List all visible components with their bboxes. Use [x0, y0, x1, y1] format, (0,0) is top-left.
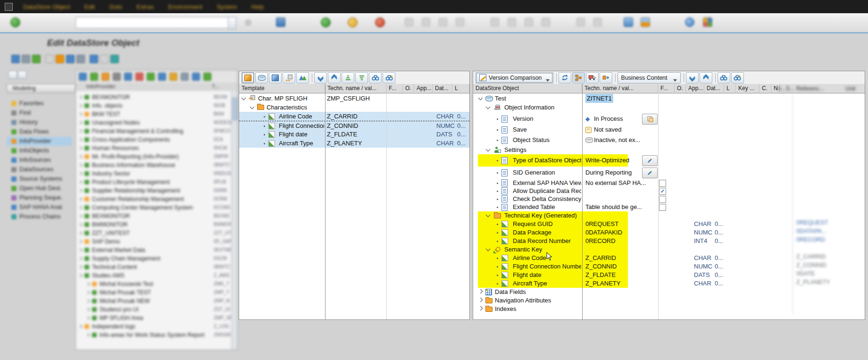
expander-icon[interactable] — [78, 180, 82, 184]
dso-filter-button[interactable] — [255, 72, 268, 84]
expander-icon[interactable] — [78, 104, 82, 108]
app-toolbar-icon[interactable] — [110, 55, 119, 63]
tree-toolbar-icon[interactable] — [90, 73, 98, 81]
infoprovider-row[interactable]: Michal Prusak TESTZMP_T — [76, 288, 232, 297]
app-toolbar-icon[interactable] — [45, 55, 54, 63]
expander-icon[interactable] — [78, 155, 82, 159]
transport-button[interactable] — [586, 72, 599, 84]
expander-icon[interactable] — [78, 223, 82, 226]
column-divider[interactable] — [582, 84, 583, 319]
infoprovider-row[interactable]: Computing Center Management System0CCMS — [76, 203, 232, 212]
infoprovider-row[interactable]: Supplier Relationship Management0SRM — [76, 186, 232, 195]
menu-extras[interactable]: Extras — [129, 0, 161, 10]
infoprovider-row[interactable]: External Market Data0EXTMD — [76, 246, 232, 254]
infoprovider-row[interactable]: Supply Chain Management0SCM — [76, 254, 232, 263]
chevron-down-icon[interactable] — [486, 147, 491, 151]
sidebar-item-infoobjects[interactable]: InfoObjects — [7, 146, 72, 155]
chevron-down-icon[interactable] — [486, 104, 491, 109]
expander-icon[interactable] — [78, 138, 82, 142]
expander-icon[interactable] — [78, 112, 82, 116]
tree-toolbar-icon[interactable] — [135, 73, 143, 81]
infoprovider-row[interactable]: Customer Relationship Management0CRM — [76, 195, 232, 203]
expand-all-button[interactable] — [314, 72, 327, 84]
sidebar-item-data-flows[interactable]: Data Flows — [7, 127, 72, 136]
infoprovider-row[interactable]: Technical Content0BWTCT — [76, 263, 232, 271]
expander-icon[interactable] — [78, 189, 82, 193]
tree-row-flight-date[interactable]: Flight dateZ_FLDATEDATS0... — [239, 130, 469, 139]
edit-button[interactable] — [642, 167, 658, 178]
expander-icon[interactable] — [78, 265, 82, 269]
sidebar-item-history[interactable]: History — [7, 118, 72, 127]
infoprovider-row[interactable]: BKM TESTBKM — [76, 110, 232, 118]
checkbox-checked[interactable]: ✓ — [659, 188, 666, 195]
expander-icon[interactable] — [86, 316, 90, 320]
infoprovider-row[interactable]: Financial Management & Controlling0FMCO — [76, 127, 232, 135]
version-comparison-button[interactable]: Version Comparison — [476, 72, 553, 84]
infoprovider-row[interactable]: Independent logsZ_LOG — [76, 322, 232, 331]
infoprovider-row[interactable]: BEXMONITORBEXM2 — [76, 212, 232, 220]
sidebar-toolbar-icon[interactable] — [8, 71, 17, 79]
tree-row-char-mp-sfligh[interactable]: Char. MP SFLIGHZMP_CSFLIGH — [239, 94, 469, 103]
tree-row-characteristics[interactable]: Characteristics — [239, 103, 469, 112]
tree-row-aircraft-type[interactable]: Aircraft TypeZ_PLANETYCHAR0... — [239, 139, 469, 148]
tree-toolbar-icon[interactable] — [181, 73, 189, 81]
tree-toolbar-icon[interactable] — [158, 73, 166, 81]
chevron-down-icon[interactable] — [478, 95, 483, 100]
refresh-button[interactable] — [559, 72, 571, 84]
sidebar-item-open-hub-dest[interactable]: Open Hub Dest. — [7, 184, 72, 193]
tree-toolbar-icon[interactable] — [192, 73, 200, 81]
app-toolbar-icon[interactable] — [22, 55, 30, 63]
infoobject-filter-button[interactable] — [283, 72, 295, 84]
collapse-all-button[interactable] — [328, 72, 341, 84]
infoprovider-row[interactable]: BWMONITORBWMON — [76, 220, 232, 229]
tree-toolbar-icon[interactable] — [124, 73, 132, 81]
app-toolbar-icon[interactable] — [32, 55, 41, 63]
scrollbar[interactable] — [231, 91, 237, 350]
app-toolbar-icon[interactable] — [100, 55, 108, 63]
sidebar-item-infosources[interactable]: InfoSources — [7, 156, 72, 165]
window-icon[interactable] — [5, 3, 13, 11]
expander-icon[interactable] — [78, 274, 82, 277]
expander-icon[interactable] — [78, 197, 82, 201]
infoprovider-row[interactable]: MP SFLIGH AreaZMP_SFL — [76, 314, 232, 322]
expander-icon[interactable] — [78, 257, 82, 260]
infoprovider-row[interactable]: SAP Demo0D_SAP — [76, 237, 232, 246]
chevron-right-icon[interactable] — [478, 289, 483, 294]
infoprovider-row[interactable]: Business Information Warehouse0BWTCT — [76, 161, 232, 169]
expander-icon[interactable] — [78, 248, 82, 252]
chevron-down-icon[interactable] — [242, 95, 246, 100]
menu-help[interactable]: Help — [244, 0, 271, 10]
checkbox-unchecked[interactable] — [659, 180, 666, 187]
tree-row-airline-code[interactable]: Airline CodeZ_CARRIDCHAR0... — [239, 112, 469, 121]
edit-button[interactable] — [642, 155, 658, 166]
find-next-button[interactable] — [731, 72, 744, 84]
business-content-button[interactable]: Business Content — [618, 72, 681, 84]
infoprovider-row[interactable]: Unassigned NodesNODESNOTC — [76, 118, 232, 127]
sidebar-item-process-chains[interactable]: Process Chains — [7, 212, 72, 221]
infoprovider-row[interactable]: BEXMONITORBEXM — [76, 93, 232, 101]
sidebar-item-datasources[interactable]: DataSources — [7, 165, 72, 174]
expander-icon[interactable] — [86, 333, 90, 337]
expander-icon[interactable] — [78, 95, 82, 99]
expander-icon[interactable] — [78, 146, 82, 150]
expander-icon[interactable] — [78, 240, 82, 243]
infoprovider-row[interactable]: Info. objectsINOB — [76, 101, 232, 110]
checkbox-unchecked[interactable] — [659, 196, 666, 203]
find-button[interactable] — [369, 72, 382, 84]
infocube-filter-button[interactable] — [269, 72, 282, 84]
chevron-right-icon[interactable] — [478, 306, 483, 311]
expander-icon[interactable] — [86, 282, 90, 286]
sort-descending-button[interactable] — [355, 72, 368, 84]
column-divider[interactable] — [386, 84, 387, 319]
scrollbar-thumb[interactable] — [232, 98, 237, 120]
sidebar-item-find[interactable]: Find — [7, 109, 72, 117]
tree-toolbar-icon[interactable] — [147, 73, 155, 81]
infoprovider-row[interactable]: ZZT_UNITESTZZT_UT — [76, 229, 232, 237]
sidebar-toolbar-icon[interactable] — [18, 71, 26, 79]
sidebar-item-source-systems[interactable]: Source Systems — [7, 175, 72, 184]
menu-datastore-object[interactable]: DataStore Object — [16, 0, 77, 10]
collapse-all-button[interactable] — [700, 72, 712, 84]
find-next-button[interactable] — [383, 72, 395, 84]
menu-goto[interactable]: Goto — [102, 0, 129, 10]
tree-toolbar-icon[interactable] — [203, 73, 211, 81]
